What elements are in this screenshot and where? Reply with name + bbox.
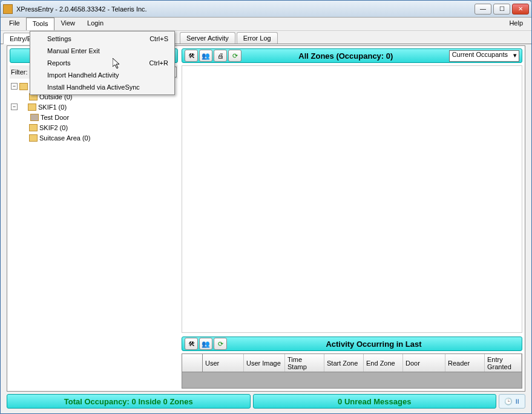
users-icon: 👥 xyxy=(202,52,210,60)
users-icon: 👥 xyxy=(202,340,210,348)
menu-item-label: Settings xyxy=(47,35,71,42)
titlebar: XPressEntry - 2.0.4658.33342 - Telaeris … xyxy=(1,1,531,18)
menu-file[interactable]: File xyxy=(3,18,26,30)
clock-icon: 🕒 xyxy=(504,398,513,406)
menu-item-settings[interactable]: Settings Ctrl+S xyxy=(31,33,173,45)
menu-item-accel: Ctrl+R xyxy=(149,59,168,67)
menu-item-accel: Ctrl+S xyxy=(149,35,168,42)
tree-label: Suitcase Area (0) xyxy=(39,134,90,142)
col-end-zone[interactable]: End Zone xyxy=(364,354,403,372)
zone-panel: 🛠 👥 🖨 ⟳ All Zones (Occupancy: 0) Current… xyxy=(182,48,522,333)
activity-title: Activity Occurring in Last xyxy=(228,340,519,349)
grid-header-row: User User Image Time Stamp Start Zone En… xyxy=(182,354,522,372)
menu-item-label: Reports xyxy=(47,59,71,67)
window-title: XPressEntry - 2.0.4658.33342 - Telaeris … xyxy=(16,5,475,13)
col-user[interactable]: User xyxy=(203,354,244,372)
menu-item-install-handheld[interactable]: Install Handheld via ActiveSync xyxy=(31,81,173,93)
menu-login[interactable]: Login xyxy=(81,18,110,30)
menu-tools[interactable]: Tools xyxy=(26,18,55,30)
status-messages[interactable]: 0 Unread Messages xyxy=(253,394,497,409)
left-panel: Filter: − All Zones Outside (0) − xyxy=(10,48,178,389)
minimize-button[interactable]: — xyxy=(475,4,491,15)
col-start-zone[interactable]: Start Zone xyxy=(324,354,364,372)
refresh-icon-button[interactable]: ⟳ xyxy=(214,338,227,350)
door-icon xyxy=(30,114,39,121)
refresh-icon: ⟳ xyxy=(232,52,238,60)
menu-item-label: Import Handheld Activity xyxy=(47,71,119,79)
activity-grid: User User Image Time Stamp Start Zone En… xyxy=(182,353,522,389)
folder-icon xyxy=(28,104,36,111)
zone-body xyxy=(182,65,522,333)
menu-item-reports[interactable]: Reports Ctrl+R xyxy=(31,57,173,69)
app-window: XPressEntry - 2.0.4658.33342 - Telaeris … xyxy=(0,0,532,414)
menu-item-manual-enter-exit[interactable]: Manual Enter Exit xyxy=(31,45,173,57)
folder-icon xyxy=(19,83,28,90)
col-time-stamp[interactable]: Time Stamp xyxy=(285,354,324,372)
tools-icon-button[interactable]: 🛠 xyxy=(185,338,198,350)
tree-node-skif2[interactable]: SKIF2 (0) xyxy=(11,122,177,133)
wrench-icon: 🛠 xyxy=(188,52,195,59)
filter-label: Filter: xyxy=(11,68,28,76)
users-icon-button[interactable]: 👥 xyxy=(199,338,212,350)
grid-row-selector[interactable] xyxy=(182,354,203,372)
col-door[interactable]: Door xyxy=(403,354,445,372)
occupants-select[interactable]: Current Occupants xyxy=(449,50,519,62)
wrench-icon: 🛠 xyxy=(188,340,195,347)
tools-icon-button[interactable]: 🛠 xyxy=(185,50,198,62)
menu-item-label: Manual Enter Exit xyxy=(47,47,100,54)
status-icons: 🕒 ⏸ xyxy=(499,394,525,409)
maximize-button[interactable]: ☐ xyxy=(493,4,510,15)
col-entry-granted[interactable]: Entry Granted xyxy=(485,354,522,372)
tree-node-test-door[interactable]: Test Door xyxy=(11,112,177,122)
collapse-icon[interactable]: − xyxy=(11,83,18,90)
tab-error-log[interactable]: Error Log xyxy=(237,32,278,44)
tools-dropdown: Settings Ctrl+S Manual Enter Exit Report… xyxy=(30,31,175,95)
activity-panel: 🛠 👥 ⟳ Activity Occurring in Last User Us… xyxy=(182,337,522,389)
zone-title: All Zones (Occupancy: 0) xyxy=(243,51,449,61)
tree-label: Test Door xyxy=(41,114,69,121)
tree-node-skif1[interactable]: − SKIF1 (0) xyxy=(11,102,177,112)
print-icon-button[interactable]: 🖨 xyxy=(214,50,227,62)
menubar: File Tools View Login Help xyxy=(1,18,531,31)
statusbar: Total Occupancy: 0 Inside 0 Zones 0 Unre… xyxy=(7,394,525,409)
folder-icon xyxy=(29,134,38,142)
collapse-icon[interactable]: − xyxy=(11,104,18,110)
occupants-select-value: Current Occupants xyxy=(452,51,508,58)
refresh-icon-button[interactable]: ⟳ xyxy=(228,50,241,62)
content-area: Filter: − All Zones Outside (0) − xyxy=(7,45,525,392)
status-occupancy: Total Occupancy: 0 Inside 0 Zones xyxy=(7,394,251,409)
col-user-image[interactable]: User Image xyxy=(244,354,285,372)
col-reader[interactable]: Reader xyxy=(445,354,485,372)
app-icon xyxy=(3,4,13,14)
menu-item-import-handheld[interactable]: Import Handheld Activity xyxy=(31,69,173,81)
tree-label: SKIF1 (0) xyxy=(38,104,67,111)
tab-server-activity[interactable]: Server Activity xyxy=(180,32,235,44)
menu-help[interactable]: Help xyxy=(503,18,529,30)
folder-icon xyxy=(29,124,38,131)
menu-view[interactable]: View xyxy=(54,18,81,30)
pause-icon[interactable]: ⏸ xyxy=(514,398,521,405)
zone-header: 🛠 👥 🖨 ⟳ All Zones (Occupancy: 0) Current… xyxy=(182,48,522,63)
tree-node-suitcase[interactable]: Suitcase Area (0) xyxy=(11,133,177,143)
tree-label: SKIF2 (0) xyxy=(39,124,68,131)
users-icon-button[interactable]: 👥 xyxy=(199,50,212,62)
printer-icon: 🖨 xyxy=(217,52,224,59)
activity-header: 🛠 👥 ⟳ Activity Occurring in Last xyxy=(182,337,522,351)
close-button[interactable]: ✕ xyxy=(512,4,529,15)
refresh-icon: ⟳ xyxy=(218,340,223,348)
menu-item-label: Install Handheld via ActiveSync xyxy=(47,84,140,91)
